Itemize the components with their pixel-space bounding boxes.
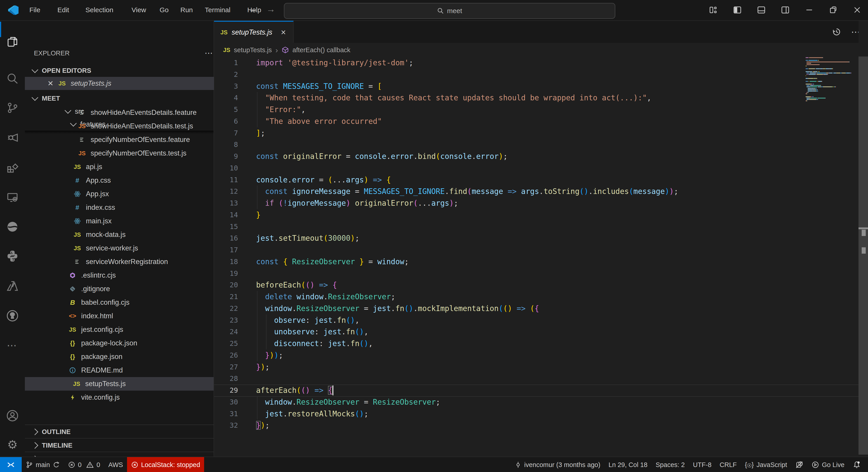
menu-terminal[interactable]: Terminal (200, 0, 235, 20)
customize-layout-icon[interactable] (707, 4, 720, 16)
localstack-status-button[interactable]: LocalStack: stopped (127, 457, 204, 472)
activity-search-icon[interactable] (0, 66, 25, 91)
remote-indicator-icon (7, 461, 15, 469)
close-icon[interactable]: ✕ (48, 79, 54, 88)
menu-edit[interactable]: Edit (53, 0, 74, 20)
tree-item-showHideAnEventsDetails.test.js[interactable]: JSshowHideAnEventsDetails.test.js (25, 119, 214, 133)
title-bar: FileEditSelectionViewGoRunTerminalHelp ←… (0, 0, 868, 21)
tree-item-index.css[interactable]: #index.css (25, 201, 214, 214)
tree-item-serviceWorkerRegistration[interactable]: serviceWorkerRegistration (25, 255, 214, 269)
notifications-button[interactable] (848, 457, 865, 472)
tree-item-specifyNumberOfEvents.test.js[interactable]: JSspecifyNumberOfEvents.test.js (25, 147, 214, 160)
tree-item-jest.config.cjs[interactable]: JSjest.config.cjs (25, 323, 214, 336)
tree-item-package-lock.json[interactable]: {}package-lock.json (25, 336, 214, 350)
ruler-marker (859, 227, 868, 229)
activity-swirl-extension-icon[interactable] (0, 214, 25, 239)
line-number: 31 (214, 408, 238, 420)
menu-go[interactable]: Go (155, 0, 174, 20)
code-line: unobserve: jest.fn(), (256, 326, 368, 338)
indentation-button[interactable]: Spaces: 2 (651, 457, 689, 472)
ruler-marker (862, 230, 866, 236)
language-mode-button[interactable]: {ⓧ} JavaScript (741, 457, 791, 472)
vscode-logo-icon (8, 4, 19, 16)
git-blame-item[interactable]: ivencomur (3 months ago) (510, 457, 604, 472)
tab-setuptests[interactable]: JS setupTests.js × (214, 21, 293, 43)
git-branch-button[interactable]: main (22, 457, 64, 472)
tree-item-api.js[interactable]: JSapi.js (25, 160, 214, 174)
open-editor-item[interactable]: ✕ JS setupTests.js (25, 77, 236, 90)
go-forward-icon[interactable]: → (266, 4, 275, 14)
tree-item-vite.config.js[interactable]: vite.config.js (25, 390, 214, 404)
minimize-icon[interactable] (803, 4, 815, 16)
menu-run[interactable]: Run (176, 0, 198, 20)
code-line: "When testing, code that causes React st… (256, 92, 651, 104)
activity-settings-gear-icon[interactable]: ⚙ (0, 432, 25, 457)
activity-remote-explorer-icon[interactable] (0, 185, 25, 210)
tree-item-index.html[interactable]: <>index.html (25, 309, 214, 323)
activity-extensions-icon[interactable] (0, 155, 25, 180)
activity-more-icon[interactable]: ⋯ (0, 333, 25, 357)
line-number: 9 (214, 151, 238, 162)
activity-github-icon[interactable] (0, 303, 25, 328)
menu-file[interactable]: File (24, 0, 45, 20)
breadcrumb-file[interactable]: setupTests.js (234, 46, 272, 54)
toggle-secondary-sidebar-icon[interactable] (779, 4, 792, 16)
tree-item-App.css[interactable]: #App.css (25, 174, 214, 187)
tab-close-icon[interactable]: × (281, 28, 286, 37)
overview-ruler-scrollbar[interactable] (859, 21, 868, 457)
code-line: jest.restoreAllMocks(); (256, 408, 368, 420)
code-line: if (!ignoreMessage) originalError(...arg… (256, 197, 458, 209)
breadcrumb-symbol[interactable]: afterEach() callback (292, 46, 350, 54)
scrollbar-slider[interactable] (859, 57, 868, 454)
tree-item-package.json[interactable]: {}package.json (25, 350, 214, 364)
workspace-header[interactable]: MEET (25, 92, 221, 105)
problems-button[interactable]: 0 0 (64, 457, 104, 472)
toggle-panel-icon[interactable] (755, 4, 768, 16)
line-number: 6 (214, 116, 238, 127)
open-editors-header[interactable]: OPEN EDITORS (25, 64, 221, 77)
tree-item-babel.config.cjs[interactable]: Bbabel.config.cjs (25, 296, 214, 309)
section-timeline[interactable]: TIMELINE (25, 438, 221, 452)
line-number: 11 (214, 174, 238, 186)
go-live-button[interactable]: Go Live (807, 457, 848, 472)
aws-button[interactable]: AWS (104, 457, 127, 472)
tree-item-showHideAnEventsDetails.feature[interactable]: showHideAnEventsDetails.feature (25, 110, 214, 119)
remote-indicator-button[interactable] (0, 457, 22, 472)
activity-accounts-icon[interactable] (0, 403, 25, 428)
chevron-down-icon (32, 66, 38, 73)
tree-item-specifyNumberOfEvents.feature[interactable]: specifyNumberOfEvents.feature (25, 133, 214, 147)
menu-selection[interactable]: Selection (81, 0, 118, 20)
tree-item-main.jsx[interactable]: main.jsx (25, 214, 214, 228)
activity-run-debug-icon[interactable] (0, 125, 25, 150)
toggle-sidebar-icon[interactable] (731, 4, 744, 16)
activity-azure-icon[interactable] (0, 274, 25, 298)
tree-item-.gitignore[interactable]: .gitignore (25, 282, 214, 296)
activity-source-control-icon[interactable] (0, 95, 25, 120)
tree-item-.eslintrc.cjs[interactable]: .eslintrc.cjs (25, 269, 214, 282)
timeline-history-icon[interactable] (832, 27, 841, 36)
activity-python-icon[interactable] (0, 244, 25, 269)
cursor-position-button[interactable]: Ln 29, Col 18 (604, 457, 652, 472)
section-outline[interactable]: OUTLINE (25, 424, 221, 439)
line-number: 18 (214, 256, 238, 268)
close-icon[interactable] (851, 4, 864, 16)
activity-explorer-icon[interactable] (0, 29, 25, 54)
tree-item-README.md[interactable]: README.md (25, 364, 214, 377)
restore-icon[interactable] (827, 4, 839, 16)
code-line: }); (256, 419, 270, 431)
tree-item-service-worker.js[interactable]: JSservice-worker.js (25, 242, 214, 255)
chevron-down-icon (32, 94, 38, 101)
prettier-status-button[interactable] (791, 457, 807, 472)
explorer-more-actions-button[interactable]: ⋯ (205, 49, 214, 58)
command-center-search[interactable]: meet (284, 3, 615, 19)
encoding-button[interactable]: UTF-8 (689, 457, 715, 472)
go-back-icon[interactable]: ← (249, 4, 258, 14)
tree-item-mock-data.js[interactable]: JSmock-data.js (25, 228, 214, 242)
tree-item-setupTests.js[interactable]: JSsetupTests.js (25, 377, 214, 390)
menu-view[interactable]: View (127, 0, 151, 20)
code-line: console.error = (...args) => { (256, 174, 391, 186)
code-line: const ignoreMessage = MESSAGES_TO_IGNORE… (256, 186, 678, 197)
breadcrumb: JS setupTests.js › afterEach() callback (214, 43, 868, 57)
eol-button[interactable]: CRLF (716, 457, 741, 472)
tree-item-App.jsx[interactable]: App.jsx (25, 187, 214, 201)
